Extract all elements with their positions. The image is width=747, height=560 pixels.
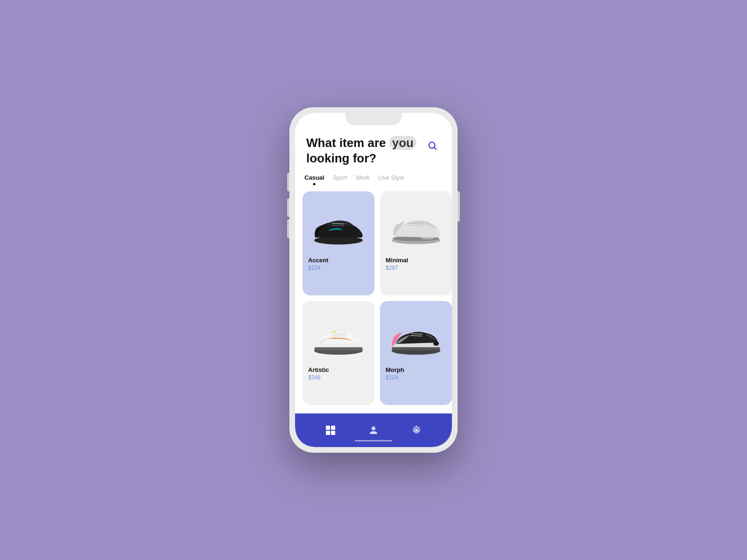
screen-content: What item are youlooking for? Casual Spo…: [295, 113, 452, 447]
product-price-artistic: $346: [308, 374, 369, 381]
tab-lifestyle[interactable]: Live Style: [378, 172, 404, 183]
product-image-minimal: [386, 197, 446, 253]
page-title: What item are youlooking for?: [306, 135, 424, 166]
product-name-artistic: Artistic: [308, 366, 369, 373]
tab-work[interactable]: Work: [356, 172, 370, 183]
header: What item are youlooking for?: [295, 127, 452, 169]
svg-rect-21: [331, 426, 335, 430]
product-name-accent: Accent: [308, 257, 369, 264]
phone-frame: What item are youlooking for? Casual Spo…: [289, 107, 458, 453]
svg-line-10: [410, 224, 423, 224]
svg-point-25: [415, 429, 418, 432]
phone-notch: [345, 113, 402, 125]
svg-line-15: [332, 337, 345, 338]
product-image-accent: [308, 197, 369, 253]
tab-sport[interactable]: Sport: [333, 172, 347, 183]
tab-casual[interactable]: Casual: [304, 172, 324, 183]
product-name-morph: Morph: [386, 366, 446, 373]
product-card-morph[interactable]: Morph $124: [380, 301, 452, 405]
svg-point-24: [372, 427, 375, 430]
svg-line-14: [333, 336, 345, 336]
svg-point-19: [433, 341, 439, 346]
svg-line-18: [410, 336, 422, 336]
product-card-minimal[interactable]: Minimal $287: [380, 191, 452, 295]
nav-settings-button[interactable]: [411, 425, 422, 436]
svg-point-5: [355, 232, 362, 238]
svg-line-17: [411, 334, 423, 334]
products-grid: Accent $134: [295, 183, 452, 413]
title-highlight: you: [389, 136, 416, 150]
product-image-morph: [386, 307, 446, 363]
product-card-accent[interactable]: Accent $134: [303, 191, 374, 295]
bottom-navigation: [295, 413, 452, 447]
product-card-artistic[interactable]: Artistic $346: [303, 301, 374, 405]
search-button[interactable]: [424, 137, 441, 154]
product-price-morph: $124: [386, 374, 446, 381]
phone-screen: What item are youlooking for? Casual Spo…: [295, 113, 452, 447]
svg-rect-22: [326, 431, 330, 435]
category-tabs: Casual Sport Work Live Style: [295, 169, 452, 183]
svg-line-3: [332, 224, 345, 224]
nav-profile-button[interactable]: [368, 425, 379, 436]
product-image-artistic: [308, 307, 369, 363]
svg-rect-23: [331, 431, 335, 435]
nav-grid-button[interactable]: [325, 425, 336, 436]
product-price-minimal: $287: [386, 265, 446, 271]
svg-line-13: [334, 334, 346, 334]
svg-rect-20: [326, 426, 330, 430]
product-price-accent: $134: [308, 265, 369, 271]
product-name-minimal: Minimal: [386, 257, 446, 264]
svg-line-1: [434, 147, 436, 149]
